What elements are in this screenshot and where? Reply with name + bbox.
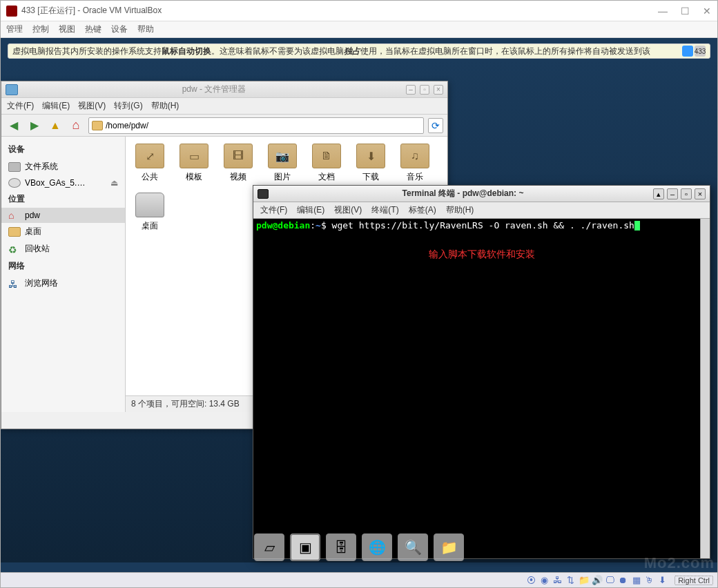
fm-menu-go[interactable]: 转到(G) bbox=[114, 100, 142, 112]
sidebar-heading-places: 位置 bbox=[1, 190, 125, 208]
term-rollup-button[interactable]: ▴ bbox=[653, 188, 664, 199]
vbox-menubar: 管理 控制 视图 热键 设备 帮助 bbox=[1, 21, 717, 38]
term-menu-terminal[interactable]: 终端(T) bbox=[371, 204, 398, 216]
info-text-1: 虚拟电脑报告其内所安装的操作系统支持 bbox=[12, 46, 162, 57]
folder-music[interactable]: ♫音乐 bbox=[398, 144, 432, 183]
fm-menu-edit[interactable]: 编辑(E) bbox=[42, 100, 70, 112]
guest-taskbar: ▱ ▣ 🗄 🌐 🔍 📁 bbox=[1, 532, 717, 562]
status-record-icon[interactable]: ⏺ bbox=[618, 575, 628, 585]
fm-sidebar: 设备 文件系统 VBox_GAs_5.…⏏ 位置 ⌂pdw 桌面 ♻回收站 网络… bbox=[1, 137, 126, 412]
term-menu-edit[interactable]: 编辑(E) bbox=[297, 204, 324, 216]
fm-title: pdw - 文件管理器 bbox=[22, 84, 406, 95]
nav-up-button[interactable]: ▲ bbox=[47, 117, 64, 134]
drive-icon bbox=[8, 162, 21, 172]
status-keyboard-icon[interactable]: ⬇ bbox=[657, 575, 668, 585]
info-text-italic: 独占 bbox=[344, 46, 360, 57]
host-key-indicator[interactable]: Right Ctrl bbox=[675, 576, 713, 585]
minimize-button[interactable]: — bbox=[658, 6, 668, 17]
desktop-icon bbox=[8, 227, 21, 237]
folder-video[interactable]: 🎞视频 bbox=[221, 144, 255, 183]
taskbar-browser-icon[interactable]: 🌐 bbox=[362, 533, 392, 561]
nav-back-button[interactable]: ◀ bbox=[6, 117, 22, 134]
fm-menu-help[interactable]: 帮助(H) bbox=[151, 100, 180, 112]
folder-templates[interactable]: ▭模板 bbox=[177, 144, 211, 183]
folder-public[interactable]: ⤢公共 bbox=[133, 144, 167, 183]
address-bar[interactable] bbox=[88, 117, 424, 134]
vbox-titlebar[interactable]: 433 [正在运行] - Oracle VM VirtualBox — ☐ ✕ bbox=[1, 1, 717, 21]
fm-minimize-button[interactable]: – bbox=[406, 85, 416, 95]
menu-help[interactable]: 帮助 bbox=[137, 23, 154, 35]
term-menu-view[interactable]: 视图(V) bbox=[334, 204, 362, 216]
fm-titlebar[interactable]: pdw - 文件管理器 – ▫ × bbox=[1, 81, 447, 98]
cd-icon bbox=[8, 178, 21, 188]
folder-icon bbox=[92, 121, 103, 130]
sidebar-heading-network: 网络 bbox=[1, 257, 125, 275]
status-hdd-icon[interactable]: ⦿ bbox=[526, 575, 536, 585]
status-net-icon[interactable]: 🖧 bbox=[552, 575, 563, 585]
sidebar-heading-devices: 设备 bbox=[1, 141, 125, 158]
fm-toolbar: ◀ ▶ ▲ ⌂ ⟳ bbox=[1, 115, 447, 137]
term-menu-tabs[interactable]: 标签(A) bbox=[409, 204, 436, 216]
term-menu-help[interactable]: 帮助(H) bbox=[446, 204, 474, 216]
status-shared-icon[interactable]: 📁 bbox=[579, 575, 589, 585]
taskbar-drive-icon[interactable]: ▱ bbox=[254, 533, 284, 561]
taskbar-files-icon[interactable]: 🗄 bbox=[326, 533, 356, 561]
status-cpu-icon[interactable]: ▦ bbox=[631, 575, 641, 585]
term-maximize-button[interactable]: ▫ bbox=[681, 188, 692, 199]
sidebar-item-desktop[interactable]: 桌面 bbox=[1, 223, 125, 240]
fm-menubar: 文件(F) 编辑(E) 视图(V) 转到(G) 帮助(H) bbox=[1, 98, 447, 115]
trash-icon: ♻ bbox=[8, 244, 21, 254]
folder-pictures[interactable]: 📷图片 bbox=[265, 144, 300, 183]
status-cd-icon[interactable]: ◉ bbox=[539, 575, 550, 585]
status-display-icon[interactable]: 🖵 bbox=[605, 575, 615, 585]
watermark-text: Mo2.com bbox=[644, 554, 715, 572]
taskbar-folder-icon[interactable]: 📁 bbox=[434, 533, 464, 561]
folder-documents[interactable]: 🗎文档 bbox=[309, 144, 344, 183]
terminal-scrollbar[interactable] bbox=[700, 219, 710, 558]
fm-close-button[interactable]: × bbox=[434, 85, 443, 95]
menu-manage[interactable]: 管理 bbox=[6, 23, 23, 35]
taskbar-search-icon[interactable]: 🔍 bbox=[398, 533, 428, 561]
terminal-body[interactable]: pdw@debian:~$ wget https://bit.ly/RavenL… bbox=[253, 219, 710, 558]
sidebar-item-filesystem[interactable]: 文件系统 bbox=[1, 158, 125, 175]
status-audio-icon[interactable]: 🔊 bbox=[592, 575, 602, 585]
vbox-app-icon bbox=[6, 6, 17, 17]
vbox-title: 433 [正在运行] - Oracle VM VirtualBox bbox=[21, 5, 658, 17]
sidebar-item-trash[interactable]: ♻回收站 bbox=[1, 240, 125, 257]
sidebar-item-network[interactable]: 🖧浏览网络 bbox=[1, 275, 125, 292]
menu-control[interactable]: 控制 bbox=[32, 23, 49, 35]
taskbar-terminal[interactable]: ▣ bbox=[290, 533, 320, 561]
fm-menu-view[interactable]: 视图(V) bbox=[78, 100, 106, 112]
fm-maximize-button[interactable]: ▫ bbox=[420, 85, 429, 95]
terminal-annotation: 输入脚本下载软件和安装 bbox=[256, 248, 707, 261]
close-button[interactable]: ✕ bbox=[702, 6, 712, 17]
virtualbox-window: 433 [正在运行] - Oracle VM VirtualBox — ☐ ✕ … bbox=[0, 0, 718, 588]
info-dismiss-icon[interactable] bbox=[682, 46, 693, 57]
status-usb-icon[interactable]: ⇅ bbox=[565, 575, 576, 585]
fm-menu-file[interactable]: 文件(F) bbox=[7, 100, 34, 112]
address-input[interactable] bbox=[106, 121, 420, 130]
term-titlebar[interactable]: Terminal 终端 - pdw@debian: ~ ▴ – ▫ × bbox=[253, 186, 710, 202]
guest-screen: 虚拟电脑报告其内所安装的操作系统支持 鼠标自动切换 。这意味着鼠标不需要为该虚拟… bbox=[1, 38, 717, 587]
sidebar-item-home[interactable]: ⌂pdw bbox=[1, 208, 125, 223]
status-mouse-icon[interactable]: 🖰 bbox=[644, 575, 654, 585]
home-icon: ⌂ bbox=[8, 210, 21, 220]
term-minimize-button[interactable]: – bbox=[667, 188, 678, 199]
terminal-prompt-line: pdw@debian:~$ wget https://bit.ly/RavenL… bbox=[256, 220, 707, 231]
folder-downloads[interactable]: ⬇下载 bbox=[353, 144, 388, 183]
term-close-button[interactable]: × bbox=[695, 188, 706, 199]
refresh-button[interactable]: ⟳ bbox=[428, 118, 443, 133]
term-menu-file[interactable]: 文件(F) bbox=[260, 204, 287, 216]
folder-desktop[interactable]: 桌面 bbox=[133, 193, 167, 232]
menu-device[interactable]: 设备 bbox=[111, 23, 128, 35]
vbox-info-banner: 虚拟电脑报告其内所安装的操作系统支持 鼠标自动切换 。这意味着鼠标不需要为该虚拟… bbox=[8, 43, 710, 59]
eject-icon[interactable]: ⏏ bbox=[110, 178, 118, 188]
menu-hotkey[interactable]: 热键 bbox=[85, 23, 101, 35]
info-text-2: 。这意味着鼠标不需要为该虚拟电脑 bbox=[211, 46, 344, 57]
nav-forward-button[interactable]: ▶ bbox=[26, 117, 43, 134]
nav-home-button[interactable]: ⌂ bbox=[68, 117, 84, 134]
menu-view[interactable]: 视图 bbox=[59, 23, 75, 35]
maximize-button[interactable]: ☐ bbox=[680, 6, 690, 17]
guest-desktop[interactable]: pdw - 文件管理器 – ▫ × 文件(F) 编辑(E) 视图(V) 转到(G… bbox=[1, 59, 717, 562]
sidebar-item-cd[interactable]: VBox_GAs_5.…⏏ bbox=[1, 175, 125, 190]
